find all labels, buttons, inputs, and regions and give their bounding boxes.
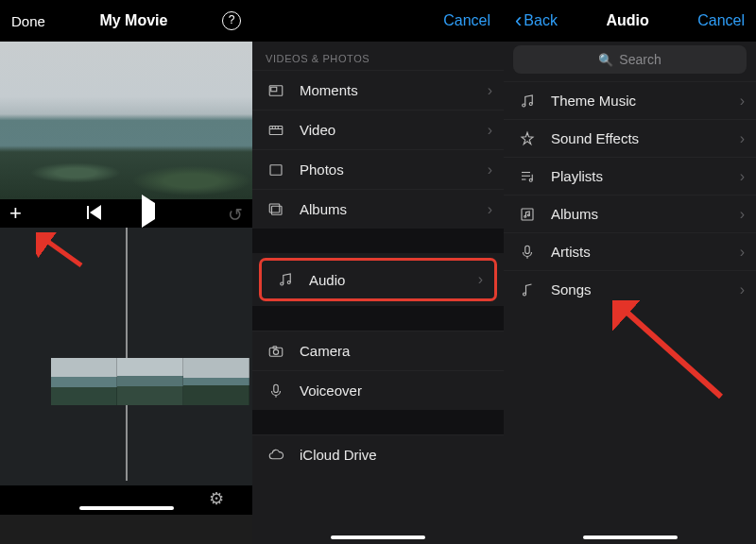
- theme-music-icon: [517, 93, 538, 110]
- cancel-button[interactable]: Cancel: [443, 12, 490, 29]
- add-media-button[interactable]: +: [9, 205, 22, 222]
- svg-point-10: [281, 282, 284, 285]
- chevron-right-icon: ›: [488, 122, 492, 139]
- chevron-right-icon: ›: [488, 201, 492, 218]
- songs-icon: [517, 281, 538, 298]
- annotation-arrow: [612, 300, 726, 404]
- chevron-right-icon: ›: [740, 244, 745, 261]
- svg-point-25: [527, 213, 529, 215]
- row-playlists[interactable]: Playlists ›: [504, 157, 756, 195]
- back-label: Back: [524, 12, 558, 29]
- chevron-right-icon: ›: [478, 271, 483, 288]
- playlists-icon: [517, 168, 538, 185]
- timeline[interactable]: ⚙: [0, 228, 252, 515]
- camera-icon: [266, 343, 286, 360]
- row-label: Sound Effects: [551, 130, 740, 146]
- play-button[interactable]: [142, 203, 155, 220]
- cancel-button[interactable]: Cancel: [697, 12, 745, 29]
- svg-point-18: [529, 102, 532, 105]
- svg-rect-8: [272, 206, 283, 214]
- row-theme-music[interactable]: Theme Music ›: [504, 81, 756, 119]
- playhead[interactable]: [126, 228, 127, 481]
- svg-point-28: [524, 293, 526, 296]
- chevron-right-icon: ›: [740, 168, 745, 185]
- row-label: Voiceover: [300, 382, 492, 399]
- svg-rect-7: [270, 164, 282, 175]
- page-title: Audio: [606, 12, 648, 29]
- chevron-left-icon: ‹: [515, 13, 522, 28]
- chevron-right-icon: ›: [488, 162, 492, 178]
- row-albums[interactable]: Albums ›: [504, 195, 756, 232]
- row-label: Moments: [300, 82, 488, 98]
- settings-button[interactable]: ⚙: [209, 488, 224, 509]
- play-icon: [142, 195, 155, 228]
- project-title: My Movie: [99, 12, 167, 29]
- albums-music-icon: [517, 206, 538, 223]
- moments-icon: [266, 82, 286, 99]
- row-label: Albums: [300, 201, 488, 217]
- clip-thumbnail[interactable]: [51, 358, 117, 405]
- row-label: Camera: [300, 343, 492, 359]
- home-indicator: [583, 536, 678, 539]
- home-indicator: [79, 506, 174, 510]
- row-label: Artists: [551, 244, 740, 260]
- sound-effects-icon: [517, 130, 538, 147]
- cloud-icon: [266, 447, 286, 464]
- row-camera[interactable]: Camera: [252, 331, 504, 370]
- video-preview[interactable]: [0, 42, 252, 199]
- chevron-right-icon: ›: [740, 93, 745, 110]
- audio-icon: [275, 271, 296, 288]
- back-button[interactable]: ‹ Back: [515, 12, 558, 29]
- done-button[interactable]: Done: [11, 13, 45, 29]
- chevron-right-icon: ›: [740, 206, 745, 223]
- artists-icon: [517, 244, 538, 261]
- row-moments[interactable]: Moments ›: [252, 70, 504, 110]
- row-sound-effects[interactable]: Sound Effects ›: [504, 119, 756, 157]
- albums-icon: [266, 201, 286, 218]
- svg-point-13: [273, 349, 278, 354]
- svg-rect-26: [525, 246, 530, 253]
- row-label: Photos: [300, 162, 488, 178]
- svg-rect-9: [269, 204, 280, 212]
- microphone-icon: [266, 382, 286, 400]
- section-header-videos-photos: VIDEOS & PHOTOS: [252, 42, 504, 70]
- svg-rect-23: [522, 209, 533, 220]
- playhead-caret-icon: [119, 219, 134, 228]
- clip-thumbnail[interactable]: [183, 358, 249, 405]
- row-label: iCloud Drive: [300, 447, 492, 463]
- video-icon: [266, 122, 286, 139]
- row-label: Theme Music: [551, 93, 740, 109]
- svg-point-11: [287, 281, 290, 284]
- chevron-right-icon: ›: [740, 130, 745, 147]
- svg-rect-2: [269, 126, 283, 134]
- clip-strip[interactable]: [51, 358, 252, 405]
- row-audio[interactable]: Audio ›: [260, 259, 496, 300]
- row-video[interactable]: Video ›: [252, 110, 504, 149]
- undo-button[interactable]: ↺: [228, 204, 243, 226]
- help-icon[interactable]: ?: [222, 11, 241, 30]
- search-placeholder: Search: [619, 52, 661, 67]
- svg-rect-1: [271, 87, 277, 92]
- row-label: Songs: [551, 281, 740, 298]
- row-songs[interactable]: Songs ›: [504, 270, 756, 308]
- row-label: Audio: [309, 272, 478, 288]
- row-photos[interactable]: Photos ›: [252, 149, 504, 189]
- chevron-right-icon: ›: [488, 82, 492, 99]
- row-albums[interactable]: Albums ›: [252, 189, 504, 229]
- row-label: Playlists: [551, 168, 740, 184]
- svg-point-24: [524, 215, 526, 217]
- row-icloud[interactable]: iCloud Drive: [252, 434, 504, 474]
- chevron-right-icon: ›: [740, 281, 745, 298]
- home-indicator: [331, 536, 425, 539]
- row-artists[interactable]: Artists ›: [504, 232, 756, 270]
- svg-rect-15: [274, 384, 279, 392]
- row-voiceover[interactable]: Voiceover: [252, 370, 504, 410]
- photos-icon: [266, 162, 286, 178]
- clip-thumbnail[interactable]: [117, 358, 183, 405]
- search-icon: 🔍: [598, 53, 613, 67]
- svg-point-17: [523, 104, 525, 107]
- row-label: Albums: [551, 206, 740, 222]
- row-label: Video: [300, 122, 488, 138]
- search-input[interactable]: 🔍 Search: [513, 45, 747, 74]
